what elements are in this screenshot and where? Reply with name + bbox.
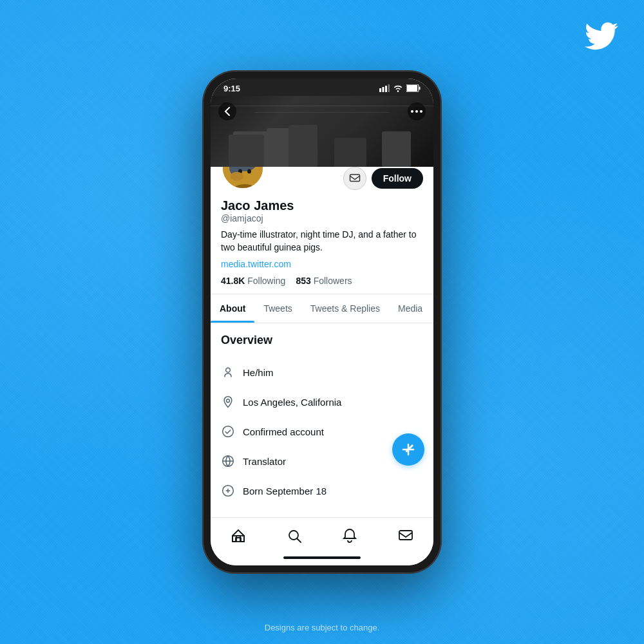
tab-tweets-replies[interactable]: Tweets & Replies [301, 294, 389, 323]
svg-rect-18 [232, 173, 234, 178]
birthday-text: Born September 18 [243, 486, 327, 497]
tab-tweets[interactable]: Tweets [254, 294, 301, 323]
location-item: Los Angeles, California [221, 387, 423, 417]
follow-button[interactable]: Follow [372, 168, 423, 189]
globe-icon [221, 454, 235, 468]
disclaimer: Designs are subject to change. [265, 623, 380, 632]
following-stat[interactable]: 41.8K Following [221, 276, 285, 286]
svg-rect-19 [234, 172, 237, 178]
svg-point-9 [420, 110, 422, 113]
status-time: 9:15 [223, 84, 240, 93]
tab-media[interactable]: Media [389, 294, 431, 323]
twitter-bird-icon [585, 19, 618, 53]
profile-bio: Day-time illustrator, night time DJ, and… [221, 229, 423, 254]
svg-point-16 [247, 169, 251, 174]
battery-icon [406, 84, 421, 93]
phone-frame: 9:15 [203, 71, 441, 573]
svg-rect-28 [399, 531, 412, 540]
profile-name: Jaco James [221, 198, 423, 213]
svg-point-21 [226, 368, 231, 373]
verified-text: Confirmed account [243, 426, 324, 437]
action-buttons: Follow [343, 167, 423, 190]
back-button[interactable] [218, 102, 236, 120]
translator-text: Translator [243, 456, 286, 467]
profile-link[interactable]: media.twitter.com [221, 259, 423, 269]
message-button[interactable] [343, 167, 366, 190]
svg-rect-0 [379, 88, 381, 92]
tab-likes[interactable]: Li… [431, 294, 433, 323]
pronouns-item: He/him [221, 357, 423, 387]
svg-rect-1 [383, 87, 384, 92]
followers-stat[interactable]: 853 Followers [296, 276, 352, 286]
nav-search[interactable] [281, 524, 307, 547]
phone-screen: 9:15 [211, 79, 433, 565]
profile-handle: @iamjacoj [221, 213, 423, 223]
home-indicator [211, 553, 433, 565]
verified-item: Confirmed account [221, 417, 423, 446]
more-button[interactable] [408, 102, 426, 120]
person-icon [221, 365, 235, 379]
follow-stats: 41.8K Following 853 Followers [221, 276, 423, 286]
wifi-icon [393, 84, 403, 93]
avatar-area: Follow [221, 167, 423, 190]
svg-rect-26 [232, 536, 244, 542]
svg-point-22 [227, 399, 230, 402]
pronouns-text: He/him [243, 367, 274, 378]
location-text: Los Angeles, California [243, 397, 341, 408]
status-bar: 9:15 [211, 79, 433, 96]
birthday-item: Born September 18 [221, 476, 423, 506]
birthday-icon [221, 484, 235, 498]
nav-messages[interactable] [393, 524, 419, 547]
profile-header: Follow Jaco James @iamjacoj Day-time ill… [211, 167, 433, 294]
tab-about[interactable]: About [211, 294, 254, 323]
twitter-logo-corner [585, 19, 618, 61]
compose-fab[interactable] [392, 433, 424, 466]
avatar-image [223, 167, 265, 190]
cover-image [211, 96, 433, 167]
svg-rect-2 [385, 86, 387, 92]
svg-rect-20 [350, 175, 359, 182]
avatar [221, 167, 265, 190]
svg-point-23 [223, 426, 234, 437]
bottom-nav [211, 517, 433, 553]
cover-bg [211, 96, 433, 167]
svg-point-7 [411, 110, 413, 113]
about-section: Overview He/him [211, 323, 433, 516]
signal-icon [379, 84, 390, 93]
overview-title: Overview [221, 334, 423, 347]
home-bar [283, 556, 361, 559]
svg-rect-3 [388, 84, 390, 92]
location-icon [221, 395, 235, 409]
status-icons [379, 84, 421, 93]
nav-notifications[interactable] [337, 524, 363, 547]
verified-icon [221, 424, 235, 439]
svg-rect-5 [407, 85, 417, 91]
svg-point-8 [415, 110, 418, 113]
nav-home[interactable] [225, 524, 251, 547]
profile-tabs: About Tweets Tweets & Replies Media Li… [211, 294, 433, 323]
profile-section: Follow Jaco James @iamjacoj Day-time ill… [211, 167, 433, 517]
svg-rect-6 [419, 86, 421, 90]
